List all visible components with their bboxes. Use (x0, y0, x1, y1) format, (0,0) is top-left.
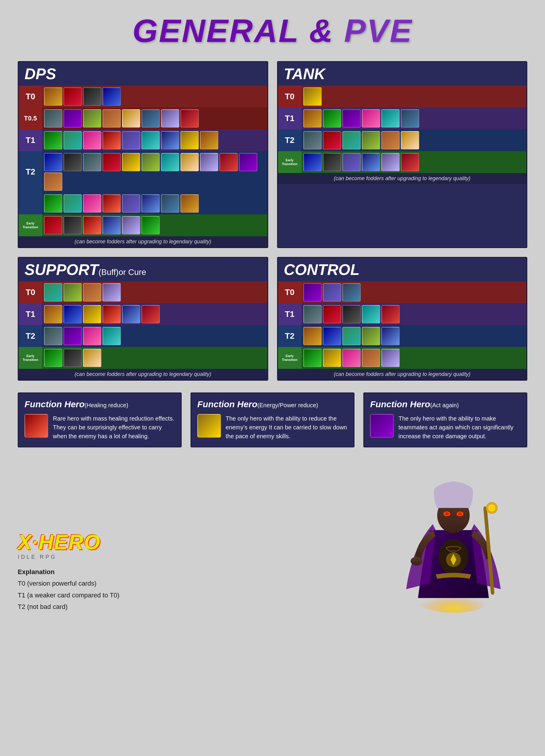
hero-icon (83, 131, 101, 149)
hero-icon (44, 131, 62, 149)
hero-icon (342, 153, 361, 171)
hero-icon (342, 109, 361, 128)
hero-icon (161, 194, 179, 213)
support-tier-ET: EarlyTransition (19, 347, 267, 369)
control-T0-label: T0 (278, 281, 302, 303)
tank-tier-ET: EarlyTransition (278, 151, 527, 173)
title-part1: GENERAL & (132, 12, 344, 49)
control-ET-content (302, 347, 527, 369)
tank-T0-content (302, 86, 527, 107)
hero-icon (362, 349, 380, 367)
hero-icon (44, 327, 62, 345)
function-hero-title-2: Function Hero(Energy/Power reduce) (197, 399, 348, 409)
function-hero-card-1: Function Hero(Healing reduce) Rare hero … (18, 392, 182, 447)
hero-icon (239, 153, 257, 171)
dps-tier-ET: EarlyTransition (19, 214, 267, 236)
hero-icon (141, 109, 160, 128)
hero-icon (161, 153, 179, 171)
support-T2-content (42, 325, 267, 347)
hero-icon (83, 349, 101, 367)
hero-icon (401, 109, 419, 128)
hero-icon (323, 109, 341, 128)
function-hero-body-3: The only hero with the ability to make t… (370, 414, 520, 441)
function-hero-icon-3 (370, 414, 394, 438)
svg-point-14 (411, 557, 422, 566)
function-hero-text-3: The only hero with the ability to make t… (398, 414, 520, 441)
hero-icon (381, 327, 400, 345)
hero-icon (83, 194, 101, 213)
title-part2: PVE (344, 12, 413, 49)
hero-icon (83, 327, 101, 345)
hero-icon (323, 327, 341, 345)
svg-point-7 (445, 512, 449, 515)
hero-icon (303, 327, 322, 345)
hero-icon (83, 283, 101, 302)
support-footnote: (can become fodders after upgrading to l… (19, 369, 267, 380)
control-tier-T2: T2 (278, 325, 527, 347)
hero-icon (342, 327, 361, 345)
svg-point-8 (458, 512, 462, 515)
hero-icon (64, 153, 82, 171)
hero-icon (103, 305, 121, 323)
hero-icon (83, 153, 101, 171)
hero-icon (44, 153, 62, 171)
hero-icon (122, 109, 140, 128)
hero-icon (44, 305, 62, 323)
hero-icon (141, 153, 160, 171)
hero-icon (342, 305, 361, 323)
hero-icon (323, 283, 341, 302)
tank-ET-label: EarlyTransition (278, 151, 302, 173)
hero-icon (44, 283, 62, 302)
tank-title: TANK (278, 62, 527, 86)
hero-icon (219, 153, 238, 171)
dps-title: DPS (19, 62, 267, 86)
support-section: SUPPORT(Buff)or Cure T0 T1 (18, 257, 268, 381)
logo-area: X·HERO IDLE RPG (18, 530, 380, 560)
hero-icon (141, 216, 160, 234)
hero-icon (180, 153, 199, 171)
hero-icon (381, 153, 400, 171)
control-tier-T0: T0 (278, 281, 527, 303)
hero-icon (44, 87, 62, 106)
hero-icon (44, 172, 62, 191)
dps-section: DPS T0 T0.5 (18, 61, 268, 248)
hero-icon (381, 109, 400, 128)
support-tier-T2: T2 (19, 325, 267, 347)
hero-icon (64, 131, 82, 149)
hero-icon (362, 153, 380, 171)
hero-icon (44, 349, 62, 367)
tank-tier-T1: T1 (278, 107, 527, 129)
hero-icon (122, 305, 140, 323)
support-ET-content (42, 347, 267, 369)
dps-tier-T2a: T2 (19, 151, 267, 193)
hero-icon (122, 153, 140, 171)
hero-icon (381, 305, 400, 323)
hero-icon (323, 131, 341, 149)
control-tier-T1: T1 (278, 303, 527, 325)
hero-icon (362, 327, 380, 345)
tank-T2-label: T2 (278, 129, 302, 151)
control-T0-content (302, 281, 527, 303)
hero-icon (401, 153, 419, 171)
hero-icon (103, 153, 121, 171)
hero-icon (83, 87, 101, 106)
control-ET-label: EarlyTransition (278, 347, 302, 369)
hero-icon (342, 283, 361, 302)
hero-icon (83, 305, 101, 323)
page-title: GENERAL & PVE (18, 12, 527, 49)
hero-icon (303, 153, 322, 171)
tank-tier-T0: T0 (278, 86, 527, 107)
hero-icon (401, 131, 419, 149)
hero-character-svg (380, 465, 527, 613)
control-T2-label: T2 (278, 325, 302, 347)
dps-tier-T2b (19, 193, 267, 214)
support-tier-T0: T0 (19, 281, 267, 303)
hero-icon (141, 194, 160, 213)
dps-tier-T0: T0 (19, 86, 267, 107)
hero-icon (64, 327, 82, 345)
function-hero-icon-2 (197, 414, 221, 438)
tank-T2-content (302, 129, 527, 151)
hero-icon (303, 349, 322, 367)
tank-T1-label: T1 (278, 107, 302, 129)
function-hero-icon-1 (25, 414, 48, 438)
